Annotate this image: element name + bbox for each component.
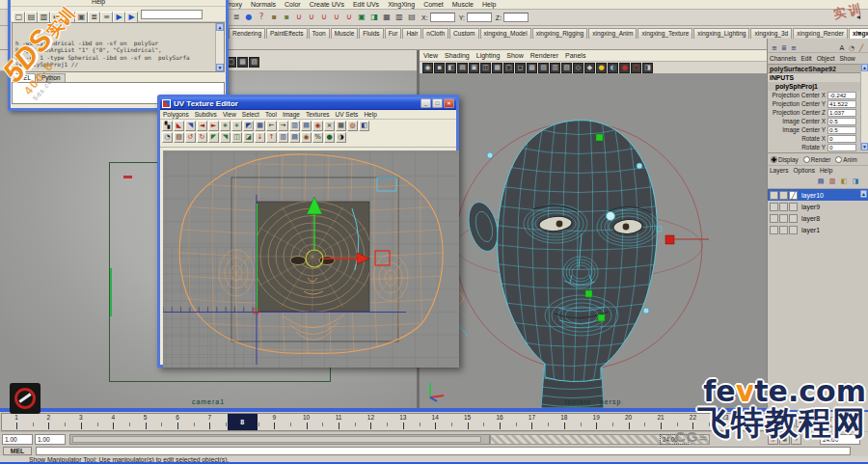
save-script-icon[interactable]: ▥ [38, 12, 50, 23]
align-u-max-icon[interactable]: ▤ [289, 132, 300, 143]
radio-anim[interactable]: Anim [835, 156, 856, 163]
character-set-icon[interactable]: ▾ [791, 434, 801, 445]
image-plane-icon[interactable]: ▣ [469, 63, 479, 73]
radio-display[interactable]: Display [771, 156, 799, 163]
layers-normal-icon[interactable]: ▤ [816, 177, 826, 186]
clear-input-icon[interactable]: ▬ [50, 12, 63, 23]
script-editor-scrollbar[interactable]: ▲ ▼ [215, 23, 224, 71]
stack-shells-icon[interactable]: ▥ [289, 121, 300, 131]
channel-value-field[interactable]: 0 [827, 135, 856, 143]
line-numbers-icon[interactable]: ≡ [100, 12, 113, 23]
align-u-min-icon[interactable]: ▥ [278, 132, 288, 143]
snap-curve-icon[interactable]: ∪ [306, 12, 317, 23]
open-script-icon[interactable]: ▤ [25, 12, 38, 23]
stack-trace-icon[interactable]: ≣ [88, 12, 100, 23]
playback-start-field[interactable]: 1.00 [35, 434, 66, 445]
cut-uv-edges-icon[interactable]: ◩ [243, 121, 254, 131]
channel-value-field[interactable]: 1.037 [827, 109, 856, 117]
range-slider-track[interactable] [69, 434, 490, 445]
scene-select-icon[interactable]: ● [243, 12, 255, 23]
select-mesh-icon[interactable]: × [324, 121, 335, 131]
shadows-icon[interactable]: ● [619, 63, 630, 73]
rotate-cw-icon[interactable]: ↻ [197, 132, 207, 143]
snap-point-icon[interactable]: ∪ [318, 12, 330, 23]
menu-help[interactable]: Help [820, 166, 832, 175]
menu-renderer[interactable]: Renderer [530, 51, 558, 60]
shelf-tab-painteffects[interactable]: PaintEffects [266, 28, 308, 39]
layer-display-box[interactable] [779, 226, 788, 234]
frame-label[interactable]: 3 [71, 414, 91, 421]
x-input[interactable] [430, 13, 455, 22]
layer-row-layer8[interactable]: layer8 [768, 212, 868, 224]
scroll-up-icon[interactable]: ▲ [861, 64, 868, 71]
frame-label[interactable]: 5 [136, 414, 155, 421]
viewport-persp[interactable]: ViewShadingLightingShowRendererPanels ◉▪… [420, 50, 767, 408]
script-editor-quick-field[interactable] [141, 10, 203, 19]
sew-uv-edges-icon[interactable]: ▦ [255, 121, 265, 131]
menu-subdivs[interactable]: Subdivs [195, 110, 217, 119]
rotate-shell-ccw-icon[interactable]: ◤ [208, 132, 219, 143]
menu-view[interactable]: View [223, 110, 236, 119]
menu-layers[interactable]: Layers [770, 166, 789, 175]
channel-box-scrollbar[interactable]: ▲ ▼ [860, 64, 868, 150]
channel-value-field[interactable]: 0.5 [827, 126, 856, 134]
bookmarks-icon[interactable]: ▤ [457, 63, 468, 73]
z-input[interactable] [503, 13, 529, 22]
uv-lattice-icon[interactable]: ▚ [162, 121, 173, 131]
shelf-tab-fur[interactable]: Fur [385, 28, 402, 39]
shelf-tab-xingxing-texture[interactable]: xingxing_Texture [637, 28, 692, 39]
maximize-button[interactable]: □ [432, 98, 443, 108]
menu-panels[interactable]: Panels [565, 51, 585, 60]
menu-create-uvs[interactable]: Create UVs [310, 0, 344, 9]
new-script-icon[interactable]: ▢ [13, 12, 25, 23]
shelf-tab-muscle[interactable]: Muscle [331, 28, 359, 39]
shelf-tab-fluids[interactable]: Fluids [359, 28, 383, 39]
frame-label[interactable]: 16 [490, 414, 509, 421]
snap-bottom-icon[interactable]: ↓ [255, 132, 265, 143]
menu-xingxing[interactable]: XingXing [388, 0, 415, 9]
anim-start-field[interactable]: 1.00 [2, 434, 33, 445]
two-panes-icon[interactable]: ◫ [480, 63, 491, 73]
layer-display-box[interactable] [779, 203, 788, 211]
inputs-to-selected-icon[interactable]: ◨ [368, 12, 380, 23]
layer-visibility-box[interactable] [770, 191, 778, 200]
clear-output-icon[interactable]: ▬ [63, 12, 75, 23]
paste-uv-icon[interactable]: ◪ [243, 132, 254, 143]
copy-uv-icon[interactable]: ◫ [231, 132, 242, 143]
shelf-tab-toon[interactable]: Toon [309, 28, 330, 39]
rotate-ccw-icon[interactable]: ↺ [185, 132, 196, 143]
layer-display-box[interactable] [779, 191, 788, 200]
shelf-tab-xingxing-anim[interactable]: xingxing_Anim [588, 28, 637, 39]
menu-channels[interactable]: Channels [770, 54, 796, 63]
playback-end-ghost-field[interactable]: 24.00 [660, 434, 689, 445]
frame-label[interactable]: 24 [747, 414, 767, 421]
layer-row-layer10[interactable]: ╱layer10 [768, 189, 868, 201]
frame-label[interactable]: 7 [200, 414, 219, 421]
layer-row-layer1[interactable]: layer1 [768, 224, 868, 235]
frame-label[interactable]: 19 [586, 414, 606, 421]
frame-label[interactable]: 10 [297, 414, 316, 421]
safe-action-icon[interactable]: ▥ [550, 63, 560, 73]
frame-label[interactable]: 2 [39, 414, 58, 421]
rotate-shell-cw-icon[interactable]: ◥ [220, 132, 231, 143]
display-rgb-icon[interactable]: ◑ [336, 132, 346, 143]
script-tab-mel[interactable]: MEL [14, 73, 36, 82]
snap-top-icon[interactable]: ↑ [266, 132, 277, 143]
manipulator-red-tick[interactable] [123, 176, 132, 178]
shelf-tab-hair[interactable]: Hair [402, 28, 421, 39]
manipulator-green-tick[interactable] [110, 268, 112, 316]
shelf-tab-xingxing-lighting[interactable]: xingxing_Lighting [693, 28, 749, 39]
current-frame-indicator[interactable]: 8 [228, 414, 258, 430]
uv-editor-titlebar[interactable]: UV Texture Editor _ □ × [160, 97, 456, 110]
construction-history-icon[interactable]: ▣ [356, 12, 367, 23]
frame-label[interactable]: 1 [7, 414, 26, 421]
play-forwards-icon[interactable]: ▶ [819, 417, 829, 427]
manip-update-icon[interactable]: ◔ [847, 44, 856, 54]
menu-help[interactable]: Help [482, 0, 496, 9]
execute-icon[interactable]: ▶ [113, 12, 125, 23]
scroll-down-icon[interactable]: ▼ [216, 64, 224, 71]
menu-view[interactable]: View [423, 51, 438, 60]
wireframe-icon[interactable]: ◇ [573, 63, 583, 73]
selection-lock-icon[interactable]: ▪ [281, 12, 292, 23]
frame-label[interactable]: 23 [716, 414, 735, 421]
